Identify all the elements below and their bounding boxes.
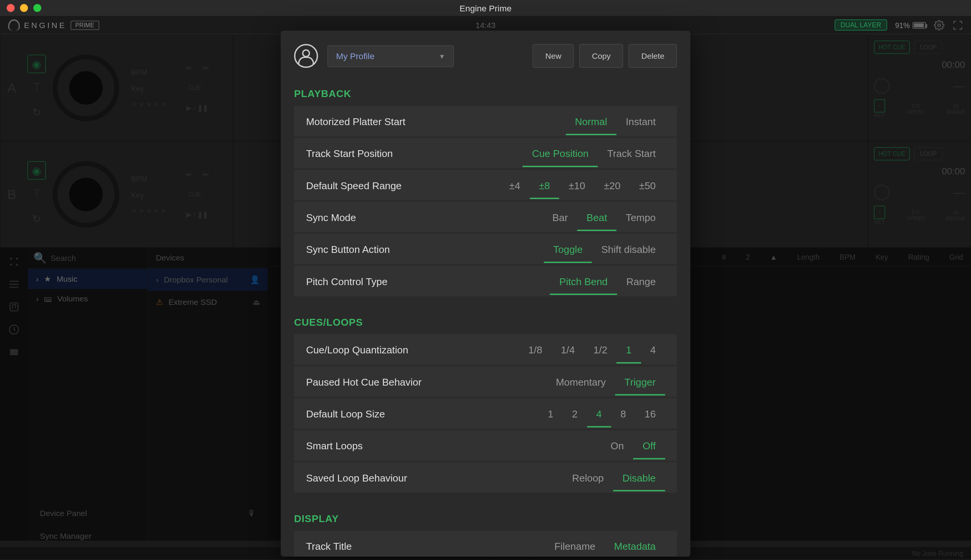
tree-item-music[interactable]: › ★ Music bbox=[28, 269, 147, 289]
range-value: ±8 bbox=[953, 103, 959, 109]
option[interactable]: 1 bbox=[617, 344, 641, 363]
play-pause-button[interactable]: ▶ / ❚❚ bbox=[181, 207, 213, 222]
option[interactable]: Tempo bbox=[616, 212, 665, 231]
key-label: Key bbox=[131, 84, 168, 92]
option[interactable]: Shift disable bbox=[592, 243, 665, 263]
itunes-icon[interactable] bbox=[8, 301, 20, 313]
option[interactable]: Instant bbox=[616, 116, 665, 135]
option[interactable]: 1 bbox=[539, 408, 563, 427]
loop-button[interactable]: LOOP bbox=[914, 40, 943, 54]
option[interactable]: 16 bbox=[635, 408, 665, 427]
col-num[interactable]: # bbox=[722, 253, 726, 260]
battery-indicator: 91% bbox=[895, 21, 926, 29]
pitch-knob[interactable] bbox=[874, 184, 890, 200]
option[interactable]: 1/4 bbox=[552, 344, 584, 363]
cue-button[interactable]: CUE bbox=[181, 187, 208, 202]
deck-loop-button[interactable]: ↻ bbox=[27, 102, 46, 121]
gear-icon[interactable] bbox=[934, 20, 944, 30]
tree-item-volumes[interactable]: › 🖴 Volumes bbox=[28, 289, 147, 309]
option[interactable]: 1/8 bbox=[519, 344, 552, 363]
playlists-icon[interactable] bbox=[8, 278, 20, 290]
prev-button[interactable]: ⏮ bbox=[181, 167, 196, 182]
option[interactable]: ±10 bbox=[559, 179, 595, 199]
jog-wheel[interactable] bbox=[53, 161, 120, 228]
time-display: 00:00 bbox=[874, 166, 965, 176]
pitch-knob[interactable] bbox=[874, 78, 890, 93]
option[interactable]: Disable bbox=[613, 472, 665, 491]
option[interactable]: Normal bbox=[566, 116, 616, 135]
deck-b-label: B bbox=[7, 187, 20, 202]
option[interactable]: Track Start bbox=[598, 147, 665, 167]
search-input[interactable] bbox=[50, 253, 142, 263]
option[interactable]: ±50 bbox=[630, 179, 665, 199]
device-dropbox[interactable]: › Dropbox Personal 👤 bbox=[148, 268, 268, 291]
filesystem-icon[interactable] bbox=[8, 346, 20, 358]
option[interactable]: ±4 bbox=[500, 179, 529, 199]
option[interactable]: Beat bbox=[577, 212, 616, 231]
section-title-cuesloops: CUES/LOOPS bbox=[294, 316, 677, 328]
option[interactable]: Filename bbox=[545, 540, 605, 557]
device-ssd[interactable]: ⚠ Extreme SSD ⏏ bbox=[148, 291, 268, 313]
close-window-button[interactable] bbox=[7, 4, 15, 12]
option[interactable]: Bar bbox=[543, 212, 577, 231]
svg-point-4 bbox=[16, 263, 18, 265]
next-button[interactable]: ⏭ bbox=[199, 61, 213, 75]
col-bpm[interactable]: BPM bbox=[840, 253, 856, 260]
option[interactable]: 2 bbox=[562, 408, 587, 427]
col-key[interactable]: Key bbox=[876, 253, 888, 260]
tree-label: Music bbox=[57, 274, 77, 283]
deck-tool-button[interactable]: ⟙ bbox=[27, 185, 46, 203]
sync-manager-button[interactable]: Sync Manager bbox=[28, 525, 268, 547]
option[interactable]: On bbox=[601, 440, 633, 459]
cue-button[interactable]: CUE bbox=[181, 80, 208, 95]
minimize-window-button[interactable] bbox=[20, 4, 28, 12]
eject-icon[interactable]: ⏏ bbox=[253, 298, 260, 307]
deck-mode-button[interactable]: ◉ bbox=[27, 55, 46, 73]
hotcue-button[interactable]: HOT CUE bbox=[874, 147, 910, 160]
next-button[interactable]: ⏭ bbox=[199, 167, 213, 182]
option[interactable]: Range bbox=[617, 275, 665, 295]
deck-tool-button[interactable]: ⟙ bbox=[27, 78, 46, 97]
profile-select[interactable]: My Profile ▼ bbox=[327, 45, 454, 67]
svg-point-0 bbox=[938, 23, 940, 26]
search-icon: 🔍 bbox=[33, 252, 47, 264]
col-grid[interactable]: Grid bbox=[949, 253, 963, 260]
option[interactable]: ±20 bbox=[595, 179, 630, 199]
option[interactable]: Toggle bbox=[544, 243, 592, 263]
option[interactable]: 1/2 bbox=[584, 344, 617, 363]
fullscreen-icon[interactable] bbox=[953, 20, 963, 30]
option[interactable]: Off bbox=[634, 440, 665, 459]
device-panel-button[interactable]: Device Panel 🎙 bbox=[28, 502, 268, 525]
option[interactable]: Trigger bbox=[615, 376, 665, 395]
option[interactable]: Cue Position bbox=[523, 147, 598, 167]
crates-icon[interactable] bbox=[8, 255, 20, 268]
dual-layer-button[interactable]: DUAL LAYER bbox=[834, 19, 887, 31]
copy-button[interactable]: Copy bbox=[579, 44, 623, 68]
jog-wheel[interactable] bbox=[53, 55, 120, 121]
option[interactable]: Metadata bbox=[605, 540, 665, 557]
play-pause-button[interactable]: ▶ / ❚❚ bbox=[181, 100, 213, 115]
option[interactable]: ±8 bbox=[529, 179, 559, 199]
maximize-window-button[interactable] bbox=[33, 4, 41, 12]
profile-select-label: My Profile bbox=[336, 51, 374, 61]
option[interactable]: 8 bbox=[611, 408, 635, 427]
option[interactable]: Momentary bbox=[547, 376, 615, 395]
option[interactable]: Reloop bbox=[563, 472, 613, 491]
deck-mode-button[interactable]: ◉ bbox=[27, 161, 46, 180]
deck-loop-button[interactable]: ↻ bbox=[27, 209, 46, 227]
chevron-right-icon: › bbox=[36, 274, 39, 283]
option[interactable]: 4 bbox=[587, 408, 611, 427]
col-rating[interactable]: Rating bbox=[908, 253, 929, 260]
setting-label: Track Start Position bbox=[306, 147, 523, 159]
option[interactable]: 4 bbox=[641, 344, 665, 363]
option[interactable]: Pitch Bend bbox=[550, 275, 617, 295]
col-two[interactable]: 2 bbox=[746, 253, 750, 260]
history-icon[interactable] bbox=[8, 323, 20, 335]
loop-button[interactable]: LOOP bbox=[914, 147, 943, 160]
new-button[interactable]: New bbox=[532, 44, 574, 68]
col-length[interactable]: Length bbox=[797, 253, 820, 260]
prev-button[interactable]: ⏮ bbox=[181, 61, 196, 75]
delete-button[interactable]: Delete bbox=[629, 44, 677, 68]
hotcue-button[interactable]: HOT CUE bbox=[874, 40, 910, 54]
range-mini-label: RANGE bbox=[946, 109, 965, 115]
